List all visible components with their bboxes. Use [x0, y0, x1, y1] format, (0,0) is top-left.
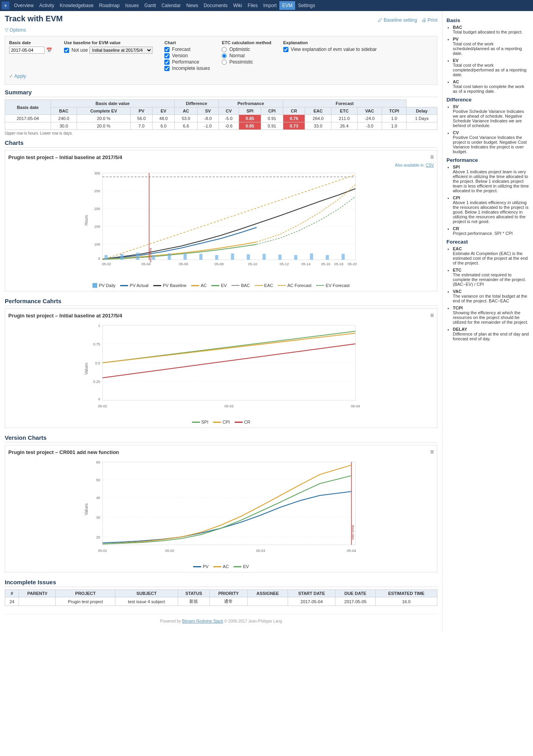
optimistic-radio[interactable] [222, 47, 227, 52]
print-link[interactable]: 🖨 Print [422, 17, 437, 23]
performance-chart-menu-icon[interactable]: ≡ [430, 312, 434, 319]
main-chart-container: Prugin test project – Initial baseline a… [5, 150, 437, 291]
apply-button[interactable]: Apply [9, 72, 26, 81]
sidebar-pv-desc: Total cost of the work scheduled/planned… [453, 41, 522, 56]
main-chart-legend: PV Daily PV Actual PV Baseline AC EV [8, 283, 434, 288]
cell-cr-2: 0.73 [283, 122, 305, 130]
svg-rect-25 [263, 254, 266, 260]
footer: Powered by Bitnami Redmine Stack © 2006-… [5, 614, 437, 628]
nav-documents[interactable]: Documents [201, 1, 230, 10]
basis-date-input[interactable] [9, 47, 45, 54]
sidebar-eac-desc: Estimate At Completion (EAC) is the esti… [453, 251, 528, 265]
table-row: 2017-05-04 240.0 20.0 % 56.0 48.0 53.0 -… [5, 115, 437, 122]
chart-label: Chart [164, 40, 210, 45]
svg-text:05-04: 05-04 [347, 549, 356, 553]
nav-activity[interactable]: Activity [36, 1, 57, 10]
footer-copyright: © 2006-2017 Jean-Philippe Lang [224, 619, 282, 623]
pessimistic-radio[interactable] [222, 60, 227, 65]
sidebar-spi-label: SPI [453, 165, 529, 169]
svg-text:100: 100 [94, 242, 100, 246]
nav-gantt[interactable]: Gantt [141, 1, 158, 10]
svg-rect-30 [342, 254, 345, 260]
sidebar-sv-label: SV [453, 104, 529, 109]
svg-rect-19 [168, 253, 171, 260]
col-difference: Difference [175, 100, 218, 107]
nav-issues[interactable]: Issues [122, 1, 142, 10]
svg-rect-29 [326, 255, 329, 260]
nav-evm[interactable]: EVM [279, 1, 295, 10]
version-checkbox[interactable] [164, 53, 170, 58]
svg-text:05-02: 05-02 [98, 404, 107, 408]
nav-files[interactable]: Files [245, 1, 260, 10]
svg-text:0.25: 0.25 [93, 380, 100, 384]
summary-note: Upper row is hours. Lower row is days. [5, 131, 437, 135]
cell-cpi-1: 0.91 [261, 115, 283, 122]
cell-sv-2: -1.0 [198, 122, 219, 130]
cell-ac-1: 53.0 [175, 115, 198, 122]
legend-color-version-ev [234, 566, 241, 567]
nav-import[interactable]: Import [260, 1, 279, 10]
legend-bac: BAC [232, 283, 250, 288]
col-forecast: Forecast [283, 100, 406, 107]
svg-text:1: 1 [98, 324, 100, 328]
col-cv: CV [218, 107, 239, 115]
forecast-checkbox[interactable] [164, 47, 170, 52]
svg-text:40: 40 [96, 496, 100, 500]
col-project: PROJECT [56, 590, 115, 597]
sidebar-sv: SV Positive Schedule Variance Indicates … [453, 104, 529, 128]
legend-color-bac [232, 285, 239, 286]
explanation-label: Explanation [283, 40, 377, 45]
options-panel: Basis date 📅 Use baseline for EVM value … [5, 36, 437, 85]
nav-roadmap[interactable]: Roadmap [96, 1, 122, 10]
sidebar-delay-label: DELAY [453, 327, 529, 332]
svg-rect-23 [231, 253, 234, 260]
sidebar-cv-label: CV [453, 130, 529, 135]
sidebar-etc-label: ETC [453, 268, 529, 272]
view-explanation-checkbox[interactable] [283, 47, 288, 52]
legend-color-eac [255, 285, 263, 286]
page-actions: 🖊 Baseline setting 🖨 Print [375, 17, 437, 23]
etc-label: ETC calculation method [222, 40, 271, 45]
incomplete-issues-checkbox[interactable] [164, 66, 170, 71]
normal-radio[interactable] [222, 53, 227, 58]
sidebar-ev-label: EV [453, 58, 529, 63]
options-toggle[interactable]: ▽ Options [5, 27, 437, 33]
legend-color-ac [191, 285, 199, 286]
baseline-select[interactable]: Initial baseline at 2017/5/4 [89, 47, 153, 54]
summary-title: Summary [5, 89, 437, 97]
nav-wiki[interactable]: Wiki [230, 1, 245, 10]
sidebar-vac-label: VAC [453, 289, 529, 294]
top-navigation: + Overview Activity Knowledgebase Roadma… [0, 0, 533, 11]
sidebar-vac: VAC The variance on the total budget at … [453, 289, 529, 303]
nav-overview[interactable]: Overview [11, 1, 36, 10]
issue-subject: test issue 4 subject [115, 597, 178, 606]
calendar-icon[interactable]: 📅 [46, 47, 52, 53]
nav-plus-button[interactable]: + [2, 2, 9, 9]
col-start-date: START DATE [288, 590, 335, 597]
issue-start-date: 2017-05-04 [288, 597, 335, 606]
main-chart-svg: 300 250 200 150 100 0 Hours [8, 169, 434, 281]
issue-estimated-time: 16.0 [375, 597, 437, 606]
sidebar-cv-desc: Positive Cost Variance Indicates the pro… [453, 135, 527, 154]
sidebar-ev: EV Total cost of the work completed/perf… [453, 58, 529, 77]
incomplete-issues-label: Incomplete issues [172, 66, 210, 71]
main-chart-menu-icon[interactable]: ≡ [430, 154, 434, 161]
svg-text:150: 150 [94, 225, 100, 229]
cell-tcpi-1: 1.0 [382, 115, 407, 122]
baseline-setting-link[interactable]: 🖊 Baseline setting [378, 17, 417, 23]
not-use-checkbox[interactable] [64, 48, 69, 53]
legend-pv-baseline: PV Baseline [153, 283, 186, 288]
legend-color-version-pv [193, 566, 201, 567]
col-estimated-time: ESTIMATED TIME [375, 590, 437, 597]
nav-knowledgebase[interactable]: Knowledgebase [57, 1, 96, 10]
svg-text:05-02: 05-02 [165, 549, 174, 553]
performance-checkbox[interactable] [164, 60, 170, 65]
nav-settings[interactable]: Settings [295, 1, 318, 10]
nav-news[interactable]: News [183, 1, 201, 10]
footer-link[interactable]: Bitnami Redmine Stack [182, 619, 223, 623]
version-chart-menu-icon[interactable]: ≡ [430, 448, 434, 456]
csv-download-link[interactable]: CSV [426, 163, 434, 167]
chart-group: Chart Forecast Version Performance Incom… [164, 40, 210, 72]
nav-calendar[interactable]: Calendar [159, 1, 184, 10]
svg-text:0.5: 0.5 [95, 361, 100, 365]
